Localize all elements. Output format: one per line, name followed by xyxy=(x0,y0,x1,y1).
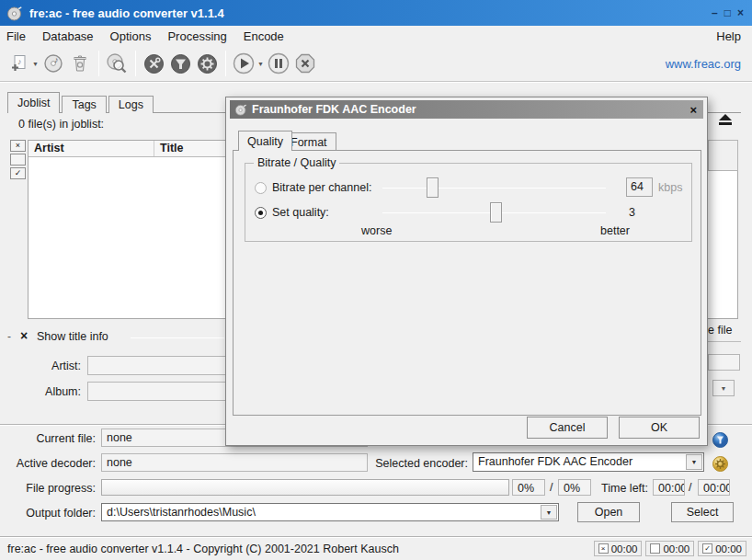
svg-text:♪: ♪ xyxy=(54,55,59,64)
empty-box-icon xyxy=(650,543,660,554)
time-selected-segment: × 00:00 xyxy=(594,541,643,556)
percent-total-field: 0% xyxy=(558,479,591,496)
select-none-button[interactable] xyxy=(10,154,26,166)
percent-file-field: 0% xyxy=(512,479,545,496)
time-total-segment: ✓ 00:00 xyxy=(698,541,746,556)
list-corner-box xyxy=(708,140,738,171)
ok-button[interactable]: OK xyxy=(619,417,700,439)
menu-help[interactable]: Help xyxy=(705,27,752,46)
menubar: File Database Options Processing Encode … xyxy=(0,26,752,46)
encoder-settings-button[interactable] xyxy=(194,50,221,77)
add-files-dropdown-icon[interactable]: ▼ xyxy=(32,61,39,67)
show-title-info-checkbox[interactable]: × xyxy=(20,328,28,343)
dialog-tab-quality[interactable]: Quality xyxy=(238,131,292,151)
processing-settings-button[interactable] xyxy=(167,50,194,77)
occluded-field-fragment xyxy=(708,354,740,371)
toolbar-separator xyxy=(98,51,99,76)
window-title: fre:ac - free audio converter v1.1.4 xyxy=(29,6,224,20)
play-icon xyxy=(233,52,255,74)
file-progress-label: File progress: xyxy=(4,482,96,495)
menu-file[interactable]: File xyxy=(0,27,34,46)
time-left-total-field: 00:00 xyxy=(698,479,730,496)
dialog-close-button[interactable]: × xyxy=(689,103,697,117)
pause-encoding-button[interactable] xyxy=(266,50,292,77)
show-title-info-label[interactable]: Show title info xyxy=(37,330,108,343)
open-button[interactable]: Open xyxy=(577,502,640,522)
close-button[interactable]: × xyxy=(737,7,744,18)
clear-joblist-button[interactable] xyxy=(67,50,94,77)
group-title: Bitrate / Quality xyxy=(254,156,339,169)
splitter-handle[interactable]: - xyxy=(7,330,11,343)
artist-field[interactable] xyxy=(87,356,226,375)
statusbar-text: fre:ac - free audio converter v1.1.4 - C… xyxy=(0,543,399,555)
tab-joblist[interactable]: Joblist xyxy=(7,92,60,113)
menu-encode[interactable]: Encode xyxy=(235,27,292,46)
toolbar-separator xyxy=(135,51,136,76)
slash-separator: / xyxy=(550,481,553,494)
minimize-button[interactable]: – xyxy=(712,7,718,18)
gear-icon xyxy=(197,53,218,74)
column-header-artist[interactable]: Artist xyxy=(28,141,154,156)
main-tabs: Joblist Tags Logs xyxy=(7,92,154,113)
window-titlebar: fre:ac - free audio converter v1.1.4 – □… xyxy=(0,0,752,26)
occluded-label-fragment: e file xyxy=(708,324,732,337)
output-folder-combo[interactable]: d:\Users\tristanrhodes\Music\ ▼ xyxy=(101,503,559,521)
menu-options[interactable]: Options xyxy=(102,27,160,46)
tab-logs[interactable]: Logs xyxy=(108,96,154,113)
slash-separator: / xyxy=(689,481,691,494)
trash-icon xyxy=(70,53,90,74)
svg-text:♪: ♪ xyxy=(17,57,22,66)
stop-icon xyxy=(294,52,316,74)
website-link[interactable]: www.freac.org xyxy=(666,57,746,71)
gold-gear-orb-icon[interactable] xyxy=(712,456,728,472)
album-label: Album: xyxy=(0,385,81,398)
check-box-icon: ✓ xyxy=(702,543,712,554)
toolbar-separator xyxy=(225,51,226,76)
current-file-label: Current file: xyxy=(4,432,96,445)
pause-icon xyxy=(268,52,290,74)
dialog-logo-icon xyxy=(234,103,247,116)
wrench-icon xyxy=(143,53,165,74)
select-all-button[interactable]: × xyxy=(10,140,26,152)
occluded-combo-fragment[interactable]: ▼ xyxy=(712,380,735,396)
add-cd-tracks-button[interactable]: ♪ xyxy=(40,50,67,77)
query-cddb-button[interactable] xyxy=(104,50,131,77)
artist-label: Artist: xyxy=(0,360,81,372)
menu-processing[interactable]: Processing xyxy=(159,27,234,46)
selected-encoder-dropdown[interactable]: Fraunhofer FDK AAC Encoder ▼ xyxy=(473,452,704,472)
checked-box-icon: × xyxy=(598,543,609,554)
stop-encoding-button[interactable] xyxy=(292,50,319,77)
start-encoding-button[interactable] xyxy=(231,50,257,77)
toggle-selection-button[interactable]: ✓ xyxy=(10,167,26,179)
eject-button[interactable] xyxy=(714,114,736,129)
chevron-down-icon[interactable]: ▼ xyxy=(541,505,557,520)
add-files-button[interactable]: ♪ xyxy=(6,50,32,77)
freedb-orb-icon[interactable] xyxy=(712,432,728,448)
app-logo-icon xyxy=(6,5,23,21)
cddb-search-icon xyxy=(106,52,128,74)
start-encoding-dropdown-icon[interactable]: ▼ xyxy=(257,61,264,67)
file-progress-bar xyxy=(101,479,509,496)
joblist-count: 0 file(s) in joblist: xyxy=(18,118,104,131)
album-field[interactable] xyxy=(87,382,226,401)
statusbar: fre:ac - free audio converter v1.1.4 - C… xyxy=(0,536,752,560)
output-folder-label: Output folder: xyxy=(4,507,96,520)
group-line xyxy=(131,337,224,338)
time-left-label: Time left: xyxy=(596,482,648,495)
encoder-config-dialog: Fraunhofer FDK AAC Encoder × Quality For… xyxy=(225,97,708,446)
general-settings-button[interactable] xyxy=(141,50,167,77)
time-unselected-segment: 00:00 xyxy=(645,541,694,556)
add-files-icon: ♪ xyxy=(9,53,29,74)
selected-encoder-label: Selected encoder: xyxy=(372,457,468,470)
funnel-icon xyxy=(170,53,191,74)
cancel-button[interactable]: Cancel xyxy=(527,417,608,439)
menu-database[interactable]: Database xyxy=(34,27,102,46)
group-line-right xyxy=(708,341,741,342)
select-button[interactable]: Select xyxy=(671,502,734,522)
dialog-titlebar: Fraunhofer FDK AAC Encoder × xyxy=(230,100,703,119)
dialog-title: Fraunhofer FDK AAC Encoder xyxy=(252,103,416,116)
active-decoder-label: Active decoder: xyxy=(4,457,96,470)
maximize-button[interactable]: □ xyxy=(724,7,731,18)
chevron-down-icon[interactable]: ▼ xyxy=(686,454,702,470)
tab-tags[interactable]: Tags xyxy=(62,96,106,113)
